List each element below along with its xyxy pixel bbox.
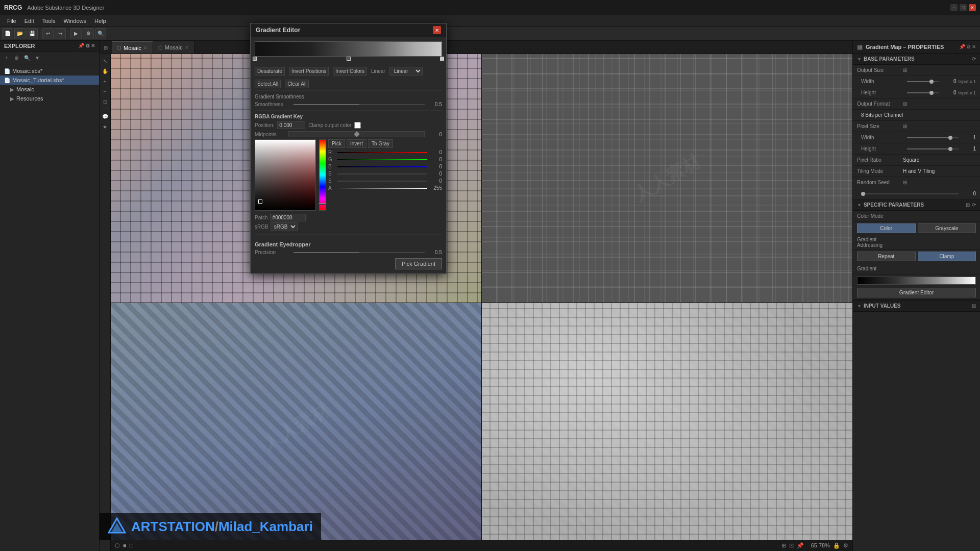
toolbar-save[interactable]: 💾 <box>27 28 38 39</box>
s1-slider[interactable] <box>337 173 427 174</box>
toolbar-redo[interactable]: ↪ <box>55 28 66 39</box>
tool-comment[interactable]: 💬 <box>101 112 110 121</box>
repeat-btn[interactable]: Repeat <box>857 252 916 261</box>
gradient-editor-dialog[interactable]: Gradient Editor ✕ Desaturate Invert Posi… <box>250 23 447 274</box>
viewport-pin-btn[interactable]: 📌 <box>797 542 804 549</box>
explorer-close-icon[interactable]: ✕ <box>91 43 95 49</box>
grayscale-btn[interactable]: Grayscale <box>918 223 976 233</box>
tab-close-1[interactable]: ✕ <box>143 45 148 51</box>
base-params-header[interactable]: ▼ BASE PARAMETERS ⟳ <box>853 54 980 65</box>
color-btn[interactable]: Color <box>857 223 916 233</box>
viewport-frame-btn[interactable]: ⊡ <box>789 542 794 549</box>
color-spectrum[interactable] <box>255 139 316 211</box>
clamp-btn[interactable]: Clamp <box>918 252 976 261</box>
input-values-icon[interactable]: ⊞ <box>972 303 976 309</box>
dialog-close-button[interactable]: ✕ <box>433 26 441 34</box>
explorer-filter-btn[interactable]: ▼ <box>33 53 42 62</box>
hue-bar[interactable] <box>319 139 326 211</box>
width-slider[interactable] <box>907 81 939 82</box>
grad-stop-1[interactable] <box>347 57 351 61</box>
random-seed-link[interactable]: ⊞ <box>903 180 907 185</box>
tool-zoom-in[interactable]: + <box>101 77 110 86</box>
output-format-link[interactable]: ⊞ <box>903 101 907 107</box>
window-controls[interactable]: − □ ✕ <box>950 4 976 11</box>
tab-close-2[interactable]: ✕ <box>185 45 189 50</box>
menu-file[interactable]: File <box>3 17 20 25</box>
r-slider[interactable] <box>337 152 427 153</box>
toolbar-settings[interactable]: ⚙ <box>83 28 94 39</box>
menu-help[interactable]: Help <box>90 17 110 25</box>
gradient-editor-button[interactable]: Gradient Editor <box>857 288 976 297</box>
gradient-bar[interactable] <box>857 277 976 285</box>
viewport-grid-btn[interactable]: ⊞ <box>781 542 786 549</box>
explorer-search-btn[interactable]: 🔍 <box>22 53 32 62</box>
explorer-delete-btn[interactable]: 🗑 <box>12 53 21 62</box>
explorer-new-btn[interactable]: + <box>2 53 11 62</box>
pixel-height-slider[interactable] <box>907 148 959 149</box>
grad-stop-2[interactable] <box>440 57 444 61</box>
viewport-icon-1[interactable]: ⬡ <box>115 542 120 549</box>
explorer-pin-icon[interactable]: 📌 <box>78 43 84 49</box>
explorer-window-icon[interactable]: ⧉ <box>86 43 89 49</box>
invert-color-btn[interactable]: Invert <box>347 139 366 148</box>
tab-mosaic-1[interactable]: ⬡ Mosaic ✕ <box>112 41 153 54</box>
close-button[interactable]: ✕ <box>969 4 976 11</box>
format-dropdown[interactable]: sRGB Float <box>271 222 298 231</box>
maximize-button[interactable]: □ <box>960 4 967 11</box>
viewport-lock-icon[interactable]: 🔒 <box>833 542 840 549</box>
pick-gradient-btn[interactable]: Pick Gradient <box>395 258 442 269</box>
clamp-checkbox[interactable] <box>354 122 361 129</box>
clear-all-btn[interactable]: Clear All <box>285 80 309 88</box>
s2-slider[interactable] <box>337 181 427 182</box>
pick-button[interactable]: Pick <box>328 139 345 148</box>
pixel-size-link[interactable]: ⊞ <box>903 123 907 129</box>
viewport-settings-icon[interactable]: ⚙ <box>843 542 848 549</box>
tree-item-mosaic-tutorial[interactable]: 📄 Mosaic_Tutorial.sbs* <box>0 76 99 85</box>
hex-input[interactable] <box>270 214 306 221</box>
desaturate-btn[interactable]: Desaturate <box>255 67 285 76</box>
base-params-reset[interactable]: ⟳ <box>972 56 976 62</box>
tool-select[interactable]: ↖ <box>101 56 110 65</box>
smoothness-track[interactable] <box>293 104 425 105</box>
toolbar-open[interactable]: 📂 <box>14 28 26 39</box>
toolbar-undo[interactable]: ↩ <box>42 28 54 39</box>
to-gray-btn[interactable]: To Gray <box>368 139 393 148</box>
viewport-bottom-right[interactable]: 人人素材 <box>482 303 852 552</box>
tool-pan[interactable]: ✋ <box>101 66 110 76</box>
invert-positions-btn[interactable]: Invert Positions <box>289 67 329 76</box>
gradient-preview-bar[interactable] <box>255 41 442 57</box>
toolbar-zoom[interactable]: 🔍 <box>95 28 106 39</box>
input-values-header[interactable]: ▼ INPUT VALUES ⊞ <box>853 299 980 312</box>
precision-track[interactable] <box>293 252 425 253</box>
menu-windows[interactable]: Windows <box>59 17 90 25</box>
random-seed-slider[interactable] <box>861 193 959 194</box>
toolbar-new[interactable]: 📄 <box>2 28 13 39</box>
g-slider[interactable] <box>337 159 427 160</box>
interpolation-dropdown[interactable]: Linear Step Smooth <box>389 67 423 76</box>
position-input[interactable] <box>277 121 305 129</box>
a-slider[interactable] <box>337 188 427 189</box>
select-all-btn[interactable]: Select All <box>255 80 281 88</box>
invert-colors-btn[interactable]: Invert Colors <box>333 67 367 76</box>
grad-stop-0[interactable] <box>253 57 257 61</box>
tree-item-mosaic-sbs[interactable]: 📄 Mosaic.sbs* <box>0 66 99 76</box>
viewport-icon-2[interactable]: ■ <box>123 542 127 548</box>
tool-bookmark[interactable]: ★ <box>101 122 110 131</box>
right-panel-close[interactable]: ✕ <box>972 44 976 50</box>
midpoint-slider[interactable] <box>288 131 425 137</box>
specific-params-header[interactable]: ▼ SPECIFIC PARAMETERS ⊞ ⟳ <box>853 199 980 211</box>
pixel-width-slider[interactable] <box>907 137 959 138</box>
tree-item-resources[interactable]: ▶ Resources <box>0 94 99 103</box>
tab-mosaic-2[interactable]: ⬡ Mosaic ✕ <box>153 41 194 54</box>
right-panel-window[interactable]: ⧉ <box>967 44 970 50</box>
toolbar-play[interactable]: ▶ <box>70 28 82 39</box>
b-slider[interactable] <box>337 166 427 167</box>
right-panel-pin[interactable]: 📌 <box>959 44 965 50</box>
specific-params-reset[interactable]: ⟳ <box>972 202 976 208</box>
tool-zoom-out[interactable]: − <box>101 87 110 96</box>
height-slider[interactable] <box>907 92 939 93</box>
viewport-top-right[interactable]: 人人素材 <box>482 54 852 303</box>
menu-edit[interactable]: Edit <box>20 17 38 25</box>
menu-tools[interactable]: Tools <box>38 17 60 25</box>
specific-params-icons[interactable]: ⊞ <box>966 202 970 208</box>
